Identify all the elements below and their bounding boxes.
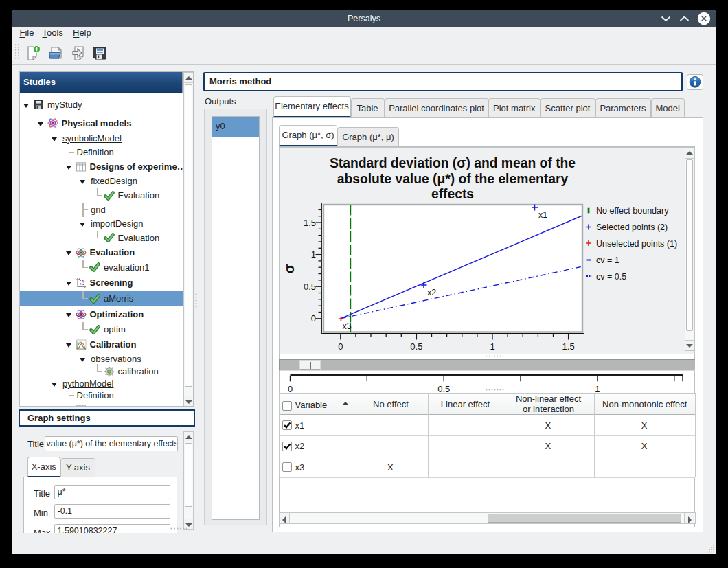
svg-text:No effect boundary: No effect boundary <box>596 206 669 216</box>
svg-text:x3: x3 <box>343 321 352 331</box>
svg-text:Selected points (2): Selected points (2) <box>596 223 668 232</box>
svg-text:x1: x1 <box>538 210 547 220</box>
svg-text:x2: x2 <box>427 288 436 297</box>
svg-text:0.5: 0.5 <box>410 341 422 352</box>
svg-text:cv = 0.5: cv = 0.5 <box>596 271 626 281</box>
svg-text:1: 1 <box>311 249 316 260</box>
svg-text:1.5: 1.5 <box>562 341 575 352</box>
svg-text:Unselected points (1): Unselected points (1) <box>596 238 677 248</box>
svg-text:absolute value (μ*) of the ele: absolute value (μ*) of the elementary <box>337 171 569 185</box>
svg-text:σ: σ <box>282 264 297 273</box>
svg-text:0.5: 0.5 <box>304 281 316 291</box>
svg-text:1: 1 <box>490 341 494 352</box>
svg-text:1.5: 1.5 <box>304 217 316 227</box>
svg-text:0: 0 <box>338 341 343 352</box>
svg-text:Standard deviation (σ) and mea: Standard deviation (σ) and mean of the <box>330 156 576 170</box>
svg-text:effects: effects <box>431 187 474 201</box>
svg-text:cv = 1: cv = 1 <box>596 255 619 265</box>
svg-text:0: 0 <box>311 313 316 323</box>
